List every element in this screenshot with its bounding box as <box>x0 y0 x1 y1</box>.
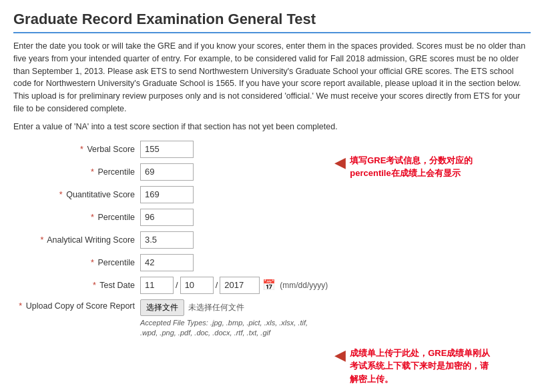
verbal-percentile-input[interactable] <box>140 163 194 181</box>
analytical-score-row: * Analytical Writing Score <box>13 231 328 249</box>
verbal-score-row: * Verbal Score <box>13 141 328 158</box>
date-separator-2: / <box>216 280 218 290</box>
score-annotation-text: 填写GRE考试信息，分数对应的percentile在成绩上会有显示 <box>350 154 497 180</box>
upload-arrow-icon: ◀ <box>334 347 346 364</box>
date-format-label: (mm/dd/yyyy) <box>280 281 328 290</box>
required-star: * <box>19 301 22 311</box>
page-title: Graduate Record Examination General Test <box>13 11 531 33</box>
date-separator-1: / <box>176 280 178 290</box>
required-star: * <box>91 213 94 222</box>
na-note-text: Enter a value of 'NA' into a test score … <box>13 122 531 131</box>
annotation-area: ◀ 填写GRE考试信息，分数对应的percentile在成绩上会有显示 ◀ 成绩… <box>328 141 531 386</box>
verbal-score-label: * Verbal Score <box>13 145 140 154</box>
required-star: * <box>41 235 44 245</box>
analytical-percentile-row: * Percentile <box>13 254 328 271</box>
quant-score-row: * Quantitative Score <box>13 186 328 203</box>
quant-percentile-input[interactable] <box>140 209 194 226</box>
analytical-score-label: * Analytical Writing Score <box>13 235 140 245</box>
quant-score-input[interactable] <box>140 186 194 203</box>
accepted-types-text: Accepted File Types: .jpg, .bmp, .pict, … <box>140 318 327 339</box>
analytical-percentile-label: * Percentile <box>13 258 140 267</box>
quant-score-label: * Quantitative Score <box>13 190 140 199</box>
required-star: * <box>93 281 96 290</box>
required-star: * <box>59 190 63 199</box>
test-date-row: * Test Date / / 📅 (mm/dd/yyyy) <box>13 277 328 294</box>
upload-annotation-block: ◀ 成绩单上传于此处，GRE成绩单刚从考试系统上下载下来时是加密的，请解密上传。 <box>334 347 531 386</box>
score-arrow-icon: ◀ <box>334 154 346 171</box>
required-star: * <box>80 145 83 154</box>
test-date-day[interactable] <box>180 277 214 294</box>
choose-file-button[interactable]: 选择文件 <box>140 299 184 316</box>
test-date-month[interactable] <box>140 277 174 294</box>
verbal-percentile-row: * Percentile <box>13 163 328 181</box>
required-star: * <box>91 258 94 267</box>
score-annotation-block: ◀ 填写GRE考试信息，分数对应的percentile在成绩上会有显示 <box>334 154 531 180</box>
no-file-text: 未选择任何文件 <box>188 302 244 313</box>
analytical-score-input[interactable] <box>140 231 194 249</box>
upload-annotation-text: 成绩单上传于此处，GRE成绩单刚从考试系统上下载下来时是加密的，请解密上传。 <box>350 347 497 386</box>
test-date-label: * Test Date <box>13 281 140 290</box>
verbal-percentile-label: * Percentile <box>13 167 140 177</box>
description-text: Enter the date you took or will take the… <box>13 40 531 115</box>
calendar-icon[interactable]: 📅 <box>262 279 276 291</box>
test-date-year[interactable] <box>220 277 260 294</box>
upload-label: * Upload Copy of Score Report <box>13 299 140 311</box>
analytical-percentile-input[interactable] <box>140 254 194 271</box>
upload-row: * Upload Copy of Score Report 选择文件 未选择任何… <box>13 299 328 339</box>
required-star: * <box>91 167 94 177</box>
quant-percentile-label: * Percentile <box>13 213 140 222</box>
verbal-score-input[interactable] <box>140 141 194 158</box>
quant-percentile-row: * Percentile <box>13 209 328 226</box>
